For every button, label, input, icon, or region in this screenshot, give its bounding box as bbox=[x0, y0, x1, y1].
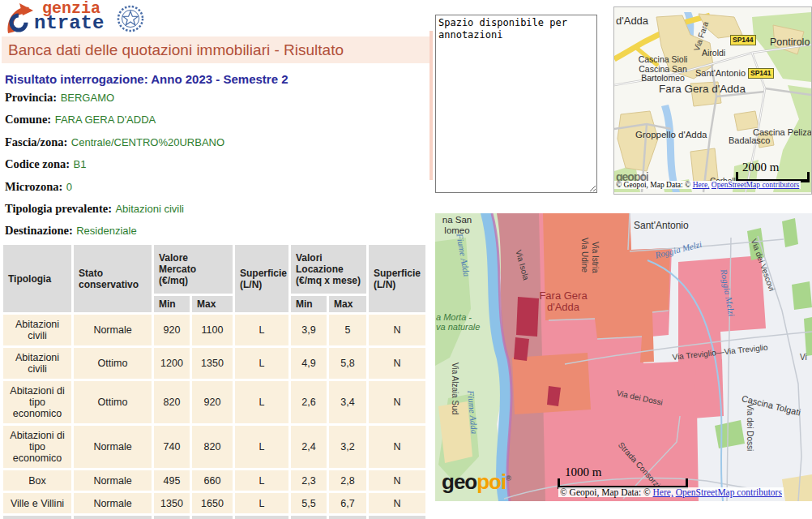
cell-max: 660 bbox=[192, 470, 233, 491]
field-label: Provincia: bbox=[5, 91, 57, 104]
map-label-airoldi: Airoldi bbox=[702, 49, 725, 58]
cell-superficie: N bbox=[369, 470, 425, 491]
col-header-max-1: Max bbox=[192, 296, 233, 312]
map-label-cascina-san-cut: na San lomeo bbox=[436, 215, 478, 235]
map-label-via-istria: Via Istria bbox=[591, 242, 600, 273]
overview-map-tiles bbox=[614, 7, 811, 194]
agenzia-entrate-logo: genzia ntrate bbox=[5, 2, 143, 36]
field-value: Residenziale bbox=[76, 225, 136, 237]
map-label-sant-antonio: Sant'Antonio bbox=[634, 221, 689, 231]
overview-map[interactable]: d'Adda Via Fara Airoldi SP144 Pontirolo … bbox=[613, 6, 812, 195]
cell-max: 1350 bbox=[192, 348, 233, 379]
map-label-via-alzaia-sud: Via Alzaia Sud bbox=[451, 362, 459, 414]
col-header-min-1: Min bbox=[154, 296, 190, 312]
cell-min: 820 bbox=[154, 381, 190, 423]
road-badge-sp144: SP144 bbox=[730, 35, 756, 45]
field-value: BERGAMO bbox=[61, 92, 114, 104]
cell-superficie: L bbox=[235, 381, 288, 423]
cell-max: 1650 bbox=[192, 493, 233, 513]
cell-max: 3,4 bbox=[329, 381, 366, 423]
here-link[interactable]: Here, bbox=[653, 487, 673, 497]
cell-min: 5,5 bbox=[291, 493, 327, 513]
geopoi-geo: geo bbox=[442, 470, 477, 494]
cell-stato: Ottimo bbox=[74, 381, 152, 423]
cell-superficie: L bbox=[235, 315, 288, 345]
geopoi-reg: ® bbox=[506, 474, 511, 483]
cell-stato: Ottimo bbox=[74, 348, 152, 379]
cell-stato: Normale bbox=[74, 470, 152, 491]
geopoi-logo: geopoi® bbox=[442, 471, 511, 492]
table-row: Abitazioni di tipo economico Normale 740… bbox=[3, 426, 425, 468]
cell-tipologia: Abitazioni di tipo economico bbox=[3, 381, 71, 423]
attribution-text: © Geopoi, Map Data: © bbox=[560, 487, 653, 497]
cell-max: 820 bbox=[192, 426, 233, 468]
map-attribution: © Geopoi, Map Data: © Here, OpenStreetMa… bbox=[558, 487, 784, 497]
map-label-sant-antonio: Sant'Antonio bbox=[695, 68, 746, 78]
table-row: Abitazioni civili Normale 920 1100 L 3,9… bbox=[3, 315, 425, 345]
map-label-fara-gera-dadda: Fara Gera d'Adda bbox=[659, 84, 746, 96]
result-fields: Provincia: BERGAMO Comune: FARA GERA D'A… bbox=[5, 90, 224, 246]
scale-label: 1000 m bbox=[565, 465, 601, 479]
field-value: B1 bbox=[74, 158, 87, 170]
cell-superficie: N bbox=[369, 381, 425, 423]
cell-stato: Normale bbox=[74, 315, 152, 345]
cell-superficie: L bbox=[235, 493, 288, 513]
cell-max: 5 bbox=[329, 315, 366, 345]
field-microzona: Microzona: 0 bbox=[5, 179, 224, 201]
cell-max: 3,2 bbox=[329, 426, 366, 468]
col-header-tipologia: Tipologia bbox=[3, 245, 71, 312]
col-header-valori-locazione: Valori Locazione (€/mq x mese) bbox=[291, 245, 366, 294]
road-badge-sp141: SP141 bbox=[748, 68, 774, 79]
cell-min: 3,9 bbox=[291, 315, 327, 345]
table-header-row-1: Tipologia Stato conservativo Valore Merc… bbox=[3, 245, 425, 294]
table-row: Ville e Villini Normale 1350 1650 L 5,5 … bbox=[3, 493, 425, 513]
field-value: 0 bbox=[66, 181, 72, 193]
annotations-textarea[interactable]: Spazio disponibile per annotazioni bbox=[435, 15, 597, 193]
cell-min: 495 bbox=[154, 470, 190, 491]
field-codice-zona: Codice zona: B1 bbox=[5, 157, 224, 178]
cell-stato: Normale bbox=[74, 493, 152, 513]
cell-min: 2,3 bbox=[291, 470, 327, 491]
cell-superficie: N bbox=[369, 493, 425, 513]
map-label-via-udine: Via Udine bbox=[580, 238, 589, 272]
geopoi-poi: poi bbox=[477, 470, 506, 494]
cell-min: 740 bbox=[154, 426, 190, 468]
field-label: Destinazione: bbox=[5, 224, 73, 237]
cell-max: 6,7 bbox=[329, 493, 366, 513]
field-label: Codice zona: bbox=[5, 157, 70, 170]
zone-map[interactable]: na San lomeo Sant'Antonio Fiume Adda Via… bbox=[435, 213, 812, 501]
cell-min: 4,9 bbox=[291, 348, 327, 379]
map-attribution: © Geopoi, Map Data: © Here, OpenStreetMa… bbox=[614, 181, 801, 189]
cell-max: 5,8 bbox=[329, 348, 366, 379]
cell-max: 2,8 bbox=[329, 470, 366, 491]
col-header-valore-mercato: Valore Mercato (€/mq) bbox=[154, 245, 233, 294]
cell-superficie: L bbox=[235, 426, 288, 468]
table-row: Abitazioni di tipo economico Ottimo 820 … bbox=[3, 381, 425, 423]
pink-divider bbox=[430, 31, 433, 180]
field-label: Fascia/zona: bbox=[5, 135, 67, 148]
table-row: Box Normale 495 660 L 2,3 2,8 N bbox=[3, 470, 425, 491]
cell-tipologia: Ville e Villini bbox=[3, 493, 71, 513]
map-label-fara-gera-dadda: Fara Gera d'Adda bbox=[539, 290, 588, 314]
col-header-min-2: Min bbox=[291, 296, 327, 312]
cell-superficie: N bbox=[369, 315, 425, 345]
cell-superficie: L bbox=[235, 348, 288, 379]
cell-max: 1100 bbox=[192, 315, 233, 345]
osm-link[interactable]: OpenStreetMap contributors bbox=[712, 181, 799, 189]
field-value: FARA GERA D'ADDA bbox=[55, 114, 156, 126]
field-label: Tipologia prevalente: bbox=[5, 202, 112, 215]
here-link[interactable]: Here, bbox=[693, 181, 710, 189]
col-header-superficie-1: Superficie (L/N) bbox=[235, 245, 288, 312]
cell-stato: Normale bbox=[74, 426, 152, 468]
table-row: Abitazioni civili Ottimo 1200 1350 L 4,9… bbox=[3, 348, 425, 379]
cell-max: 920 bbox=[192, 381, 233, 423]
osm-link[interactable]: OpenStreetMap contributors bbox=[676, 487, 782, 497]
map-label-morta-naturale: a Morta - va naturale bbox=[436, 312, 481, 332]
map-label-via-dei-dossi-east: Via dei Dossi bbox=[746, 404, 754, 451]
map-label-adda: d'Adda bbox=[616, 15, 648, 27]
attribution-text: © Geopoi, Map Data: © bbox=[616, 181, 693, 189]
map-label-cascina-peliza: Cascina Peliza bbox=[753, 127, 812, 137]
field-value: Abitazioni civili bbox=[115, 203, 184, 215]
col-header-max-2: Max bbox=[329, 296, 366, 312]
map-label-groppello: Groppello d'Adda bbox=[635, 130, 707, 140]
